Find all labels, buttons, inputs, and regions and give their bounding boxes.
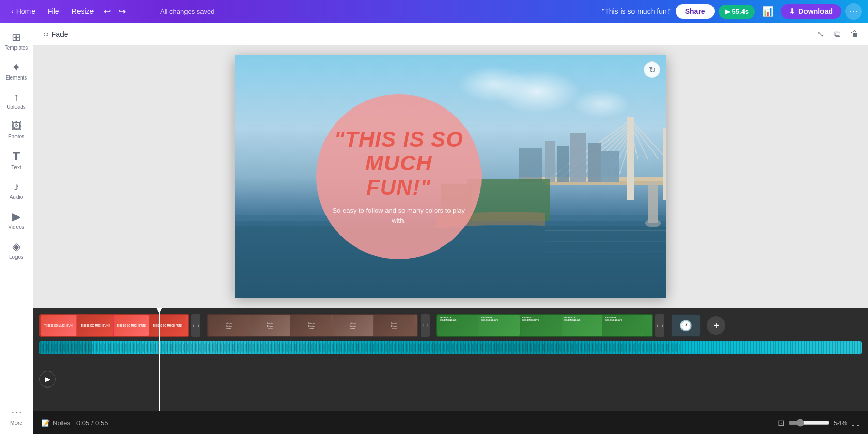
copy-button[interactable]: ⧉ [831, 26, 843, 42]
sidebar-item-uploads[interactable]: ↑ Uploads [2, 87, 31, 114]
sidebar-label: Logos [9, 254, 23, 260]
more-icon: ⋯ [11, 406, 22, 419]
transition-marker-1[interactable]: ⟷ [191, 314, 200, 337]
track-segment-2[interactable]: InteriorDesignIdeas InteriorDesignIdeas … [207, 314, 419, 337]
undo-button[interactable]: ↩ [101, 4, 114, 20]
share-button[interactable]: Share [676, 4, 715, 19]
sidebar-label: Audio [10, 194, 23, 200]
play-icon: ▶ [45, 376, 50, 383]
subtitle-text: So easy to follow and so many colors to … [332, 206, 466, 226]
analytics-button[interactable]: 📊 [759, 4, 777, 19]
toolbar: ○ Fade ⤡ ⧉ 🗑 [33, 23, 868, 45]
svg-rect-21 [588, 143, 601, 182]
track-segment-4[interactable]: 🕐 [671, 314, 701, 337]
expand-button[interactable]: ⤡ [814, 26, 827, 42]
videos-icon: ▶ [12, 210, 20, 223]
zoom-value: 54% [834, 419, 847, 427]
tracks-container: THIS IS SO MUCH FUN! THIS IS SO MUCH FUN… [33, 308, 868, 411]
quote-overlay[interactable]: "THIS IS SO MUCH FUN!" So easy to follow… [316, 94, 482, 259]
download-button[interactable]: ⬇ Download [781, 4, 841, 19]
canvas-frame[interactable]: "THIS IS SO MUCH FUN!" So easy to follow… [235, 55, 667, 298]
main-area: ○ Fade ⤡ ⧉ 🗑 [33, 23, 868, 434]
zoom-slider[interactable] [788, 419, 830, 427]
svg-rect-25 [519, 148, 542, 182]
fade-tool[interactable]: ○ Fade [39, 27, 72, 41]
uploads-icon: ↑ [14, 91, 19, 103]
templates-icon: ⊞ [12, 31, 21, 43]
fullscreen-button[interactable]: ⛶ [851, 418, 860, 427]
svg-point-19 [645, 219, 661, 227]
notes-icon: 📝 [41, 419, 50, 427]
document-title: "This is so much fun!" [602, 7, 671, 16]
redo-button[interactable]: ↪ [116, 4, 129, 20]
transition-marker-3[interactable]: ⟷ [655, 314, 664, 337]
sidebar-label: Uploads [7, 104, 26, 110]
photos-icon: 🖼 [11, 120, 22, 132]
sidebar-item-audio[interactable]: ♪ Audio [2, 177, 31, 204]
sidebar-item-videos[interactable]: ▶ Videos [2, 206, 31, 234]
time-code-display: 0:05 / 0:55 [76, 419, 108, 427]
delete-button[interactable]: 🗑 [847, 26, 862, 42]
svg-line-15 [631, 122, 658, 159]
svg-rect-5 [663, 128, 667, 200]
svg-rect-24 [601, 151, 619, 182]
audio-track-row [39, 341, 862, 354]
sidebar-item-text[interactable]: T Text [2, 146, 31, 175]
bottom-bar: 📝 Notes 0:05 / 0:55 ⊡ 54% ⛶ [33, 411, 868, 434]
nav-file-button[interactable]: File [42, 4, 65, 19]
svg-rect-23 [557, 146, 569, 182]
logos-icon: ◈ [12, 240, 20, 253]
timeline: THIS IS SO MUCH FUN! THIS IS SO MUCH FUN… [33, 308, 868, 411]
sidebar-label: Elements [6, 75, 27, 81]
top-navigation: ‹ Home File Resize ↩ ↪ All changes saved… [0, 0, 868, 23]
fit-view-button[interactable]: ⊡ [778, 418, 784, 428]
svg-rect-34 [39, 341, 680, 354]
elements-icon: ✦ [12, 61, 21, 73]
chevron-left-icon: ‹ [11, 7, 14, 16]
duration-button[interactable]: ▶ 55.4s [719, 5, 755, 19]
track-segment-1[interactable]: THIS IS SO MUCH FUN! THIS IS SO MUCH FUN… [39, 314, 189, 337]
audio-waveform[interactable] [39, 341, 862, 354]
sidebar-item-elements[interactable]: ✦ Elements [2, 57, 31, 85]
sidebar-label: More [10, 420, 22, 426]
nav-resize-button[interactable]: Resize [67, 4, 99, 19]
canvas-area: "THIS IS SO MUCH FUN!" So easy to follow… [33, 45, 868, 308]
text-icon: T [13, 150, 20, 163]
audio-icon: ♪ [14, 181, 19, 193]
sidebar-label: Templates [5, 45, 28, 51]
sidebar-label: Photos [8, 134, 24, 140]
notes-button[interactable]: 📝 Notes [41, 419, 70, 427]
sidebar-item-logos[interactable]: ◈ Logos [2, 236, 31, 264]
sidebar-item-templates[interactable]: ⊞ Templates [2, 27, 31, 55]
sidebar-item-more[interactable]: ⋯ More [2, 402, 31, 430]
nav-home-button[interactable]: ‹ Home [6, 4, 40, 19]
nav-right-section: "This is so much fun!" Share ▶ 55.4s 📊 ⬇… [602, 3, 862, 20]
fade-icon: ○ [43, 29, 49, 39]
video-track-row: THIS IS SO MUCH FUN! THIS IS SO MUCH FUN… [39, 312, 862, 339]
svg-rect-35 [39, 341, 92, 354]
svg-rect-22 [545, 141, 555, 182]
autosave-status: All changes saved [160, 8, 215, 16]
more-options-button[interactable]: ⋯ [845, 3, 862, 20]
sidebar-item-photos[interactable]: 🖼 Photos [2, 116, 31, 144]
play-button[interactable]: ▶ [39, 371, 56, 388]
add-clip-button[interactable]: + [707, 316, 725, 335]
play-icon: ▶ [725, 8, 730, 16]
quote-text: "THIS IS SO MUCH FUN!" [332, 128, 466, 199]
sidebar: ⊞ Templates ✦ Elements ↑ Uploads 🖼 Photo… [0, 23, 33, 434]
sidebar-label: Videos [8, 224, 24, 230]
track-segment-3[interactable]: PROPERTYGOLDING&DAYS PROPERTYGOLDING&DAY… [436, 314, 653, 337]
transition-marker-2[interactable]: ⟷ [421, 314, 430, 337]
svg-rect-20 [570, 133, 586, 182]
svg-rect-18 [648, 182, 658, 223]
sidebar-label: Text [11, 165, 21, 171]
download-icon: ⬇ [789, 7, 795, 16]
zoom-controls: ⊡ 54% ⛶ [778, 418, 860, 428]
toolbar-right: ⤡ ⧉ 🗑 [814, 26, 862, 42]
timeline-controls: ▶ [39, 371, 56, 388]
refresh-button[interactable]: ↻ [644, 61, 660, 78]
